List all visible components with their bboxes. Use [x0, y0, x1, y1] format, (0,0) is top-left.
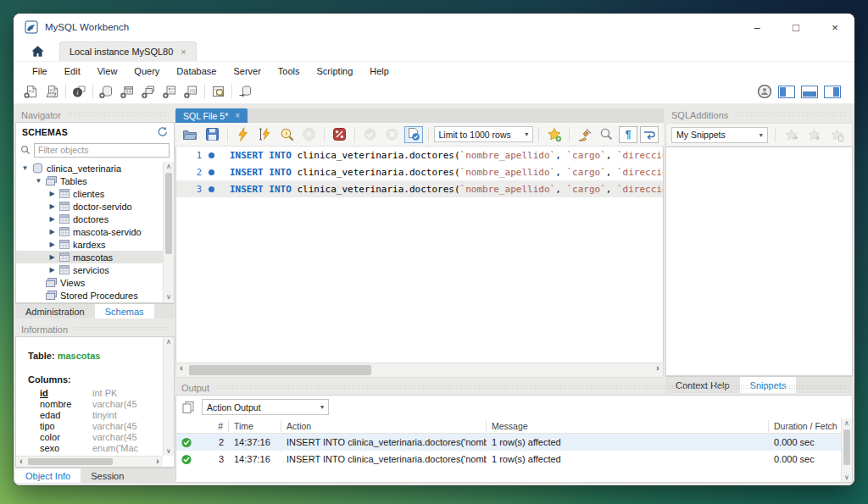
scroll-right-icon[interactable]: ›	[653, 363, 663, 377]
col-header-num[interactable]: #	[197, 420, 229, 432]
snippets-list-area[interactable]	[665, 147, 853, 376]
toggle-output-area-button[interactable]	[801, 86, 818, 98]
toggle-invisibles-icon[interactable]: ¶	[619, 126, 637, 143]
col-header-action[interactable]: Action	[281, 420, 487, 432]
scrollbar-thumb[interactable]	[165, 173, 172, 254]
create-function-icon[interactable]: {0}	[181, 82, 202, 102]
search-table-data-icon[interactable]	[208, 82, 229, 102]
editor-tab-close-icon[interactable]: ×	[235, 111, 240, 120]
scroll-left-icon[interactable]: ‹	[176, 363, 186, 377]
tab-administration[interactable]: Administration	[15, 304, 95, 318]
maximize-button[interactable]: □	[776, 14, 815, 41]
expand-arrow-icon[interactable]: ▶	[48, 190, 56, 197]
tree-item-stored-procedures[interactable]: Stored Procedures	[16, 289, 163, 302]
scroll-down-icon[interactable]: ∨	[842, 473, 852, 482]
scroll-right-icon[interactable]: ›	[153, 457, 163, 467]
tree-item-table[interactable]: ▶ clientes	[16, 187, 163, 200]
tab-schemas[interactable]: Schemas	[95, 304, 154, 318]
collapse-arrow-icon[interactable]: ▼	[21, 164, 29, 172]
create-schema-icon[interactable]	[96, 82, 117, 102]
find-icon[interactable]	[597, 125, 616, 144]
output-view-dropdown[interactable]: Action Output ▾	[202, 399, 329, 415]
connection-tab[interactable]: Local instance MySQL80 ×	[59, 42, 197, 61]
snippets-dropdown[interactable]: My Snippets ▾	[671, 127, 768, 143]
toggle-sidebar-right-button[interactable]	[824, 86, 841, 98]
tree-item-table[interactable]: ▶ kardexs	[16, 238, 163, 251]
output-row[interactable]: 2 14:37:16 INSERT INTO clinica_veterinar…	[176, 434, 852, 451]
tree-item-table[interactable]: ▶ mascota-servido	[16, 225, 163, 238]
info-horizontal-scrollbar[interactable]: ‹ ›	[16, 456, 163, 467]
scroll-down-icon[interactable]: ∨	[164, 292, 174, 302]
create-stored-procedure-icon[interactable]	[159, 82, 181, 102]
sql-editor[interactable]: 1INSERT INTO clinica_veterinaria.doctore…	[175, 147, 664, 363]
connection-tab-close-icon[interactable]: ×	[181, 47, 186, 57]
scroll-down-icon[interactable]: ∨	[164, 446, 174, 456]
save-script-icon[interactable]	[203, 125, 222, 144]
col-header-message[interactable]: Message	[487, 420, 769, 432]
menu-scripting[interactable]: Scripting	[309, 66, 362, 76]
minimize-button[interactable]: –	[737, 14, 776, 41]
menu-edit[interactable]: Edit	[56, 66, 89, 76]
tree-item-table[interactable]: ▶ doctor-servido	[16, 200, 163, 213]
menu-database[interactable]: Database	[168, 66, 225, 76]
expand-arrow-icon[interactable]: ▶	[48, 202, 56, 210]
expand-arrow-icon[interactable]: ▶	[48, 215, 56, 223]
expand-arrow-icon[interactable]: ▶	[48, 266, 56, 274]
tab-session[interactable]: Session	[81, 468, 134, 483]
scrollbar-thumb[interactable]	[843, 429, 850, 465]
menu-query[interactable]: Query	[125, 66, 168, 76]
schema-tree-scrollbar[interactable]: ∧ ∨	[163, 162, 174, 302]
editor-horizontal-scrollbar[interactable]: ‹ ›	[175, 363, 664, 378]
scrollbar-thumb[interactable]	[189, 365, 371, 375]
execute-icon[interactable]	[233, 125, 253, 144]
tree-item-schema[interactable]: ▼ clinica_veterinaria	[16, 162, 163, 174]
menu-tools[interactable]: Tools	[270, 66, 309, 76]
menu-view[interactable]: View	[89, 66, 126, 76]
reconnect-dbms-icon[interactable]	[235, 82, 256, 102]
open-sql-script-icon[interactable]: SQL	[42, 82, 63, 102]
code-line[interactable]: 1INSERT INTO clinica_veterinaria.doctore…	[176, 147, 663, 163]
toggle-wrap-icon[interactable]	[640, 126, 659, 143]
scroll-left-icon[interactable]: ‹	[16, 457, 26, 467]
close-button[interactable]: ×	[815, 14, 854, 41]
output-row[interactable]: 3 14:37:16 INSERT INTO clinica_veterinar…	[176, 451, 852, 468]
menu-file[interactable]: File	[24, 66, 56, 76]
code-line[interactable]: 3INSERT INTO clinica_veterinaria.doctore…	[176, 180, 663, 197]
mysql-enterprise-icon[interactable]	[757, 84, 772, 99]
col-header-time[interactable]: Time	[229, 420, 281, 432]
open-script-icon[interactable]	[181, 125, 200, 144]
scroll-up-icon[interactable]: ∧	[164, 162, 174, 171]
explain-icon[interactable]	[277, 125, 297, 144]
menu-help[interactable]: Help	[361, 66, 398, 76]
tree-item-tables[interactable]: ▼ Tables	[16, 174, 163, 187]
expand-arrow-icon[interactable]: ▶	[48, 253, 56, 261]
execute-current-icon[interactable]	[255, 125, 275, 144]
menu-server[interactable]: Server	[225, 66, 269, 76]
refresh-schemas-icon[interactable]	[156, 126, 168, 137]
info-vertical-scrollbar[interactable]: ∧ ∨	[163, 337, 174, 456]
limit-rows-dropdown[interactable]: Limit to 1000 rows ▾	[434, 126, 534, 142]
create-table-icon[interactable]	[117, 82, 138, 102]
scrollbar-thumb[interactable]	[28, 458, 113, 465]
tab-object-info[interactable]: Object Info	[15, 468, 81, 483]
tree-item-table-selected[interactable]: ▶ mascotas	[16, 251, 163, 263]
new-sql-tab-icon[interactable]: SQL	[20, 82, 42, 102]
output-scrollbar[interactable]: ∧ ∨	[841, 418, 852, 482]
filter-objects-input[interactable]	[34, 143, 170, 158]
tree-item-table[interactable]: ▶ doctores	[16, 213, 163, 225]
expand-arrow-icon[interactable]: ▶	[48, 241, 56, 248]
home-button[interactable]	[22, 41, 53, 61]
toggle-stop-on-error-icon[interactable]	[330, 125, 349, 144]
tree-item-table[interactable]: ▶ servicios	[16, 263, 163, 276]
scroll-up-icon[interactable]: ∧	[842, 418, 852, 428]
save-snippet-icon[interactable]	[544, 125, 564, 144]
create-view-icon[interactable]	[138, 82, 159, 102]
tree-item-views[interactable]: Views	[16, 276, 163, 289]
code-line[interactable]: 2INSERT INTO clinica_veterinaria.doctore…	[176, 163, 663, 180]
scroll-up-icon[interactable]: ∧	[164, 337, 174, 346]
expand-arrow-icon[interactable]: ▶	[48, 228, 56, 235]
beautify-icon[interactable]	[575, 125, 594, 144]
collapse-arrow-icon[interactable]: ▼	[35, 177, 42, 185]
toggle-sidebar-left-button[interactable]	[778, 86, 795, 98]
col-header-duration[interactable]: Duration / Fetch	[769, 420, 852, 432]
